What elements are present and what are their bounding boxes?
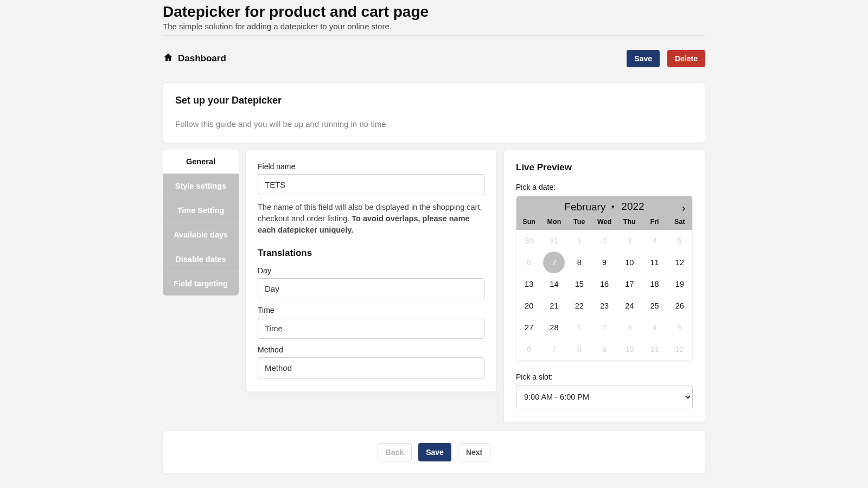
next-month-icon[interactable] <box>680 203 687 215</box>
calendar-day[interactable]: 22 <box>567 295 592 317</box>
calendar-day: 1 <box>567 317 592 338</box>
calendar-day[interactable]: 15 <box>567 273 592 295</box>
page-subtitle: The simple solution for adding a datepic… <box>163 22 705 31</box>
tab-disable-dates[interactable]: Disable dates <box>163 247 239 271</box>
intro-title: Set up your Datepicker <box>175 95 693 106</box>
calendar-day: 6 <box>516 252 541 273</box>
calendar-day[interactable]: 27 <box>516 317 541 338</box>
calendar-day: 3 <box>617 230 642 252</box>
calendar-day[interactable]: 26 <box>667 295 692 317</box>
year-label: 2022 <box>621 201 644 213</box>
calendar-day: 4 <box>642 230 667 252</box>
dow-label: Thu <box>617 218 642 226</box>
calendar-day[interactable]: 11 <box>642 252 667 273</box>
calendar-day[interactable]: 17 <box>617 273 642 295</box>
field-name-label: Field name <box>258 162 484 171</box>
calendar-day: 10 <box>617 338 642 360</box>
calendar-day[interactable]: 14 <box>541 273 566 295</box>
calendar-day[interactable]: 16 <box>592 273 617 295</box>
time-label: Time <box>258 306 484 314</box>
next-button[interactable]: Next <box>458 443 490 461</box>
tab-time-setting[interactable]: Time Setting <box>163 198 239 222</box>
page-title: Datepicker for product and cart page <box>163 3 705 21</box>
calendar-day: 31 <box>541 230 566 252</box>
calendar-day: 5 <box>667 230 692 252</box>
dow-label: Mon <box>541 218 566 226</box>
breadcrumb-label: Dashboard <box>178 53 226 64</box>
time-input[interactable] <box>258 318 484 339</box>
dow-label: Sat <box>667 218 692 226</box>
calendar-day: 11 <box>642 338 667 360</box>
calendar-day[interactable]: 9 <box>592 252 617 273</box>
calendar-day: 2 <box>592 230 617 252</box>
dow-label: Wed <box>592 218 617 226</box>
pick-date-label: Pick a date: <box>516 183 693 191</box>
calendar-day: 5 <box>667 317 692 338</box>
calendar-day[interactable]: 13 <box>516 273 541 295</box>
field-name-help: The name of this field will also be disp… <box>258 202 484 236</box>
breadcrumb[interactable]: Dashboard <box>163 52 226 66</box>
day-label: Day <box>258 266 484 275</box>
slot-select[interactable]: 9:00 AM - 6:00 PM <box>516 386 693 408</box>
calendar-day: 7 <box>541 338 566 360</box>
calendar-day: 4 <box>642 317 667 338</box>
calendar-day[interactable]: 25 <box>642 295 667 317</box>
method-label: Method <box>258 345 484 354</box>
dow-label: Fri <box>642 218 667 226</box>
dow-label: Tue <box>567 218 592 226</box>
calendar-day[interactable]: 20 <box>516 295 541 317</box>
calendar-day[interactable]: 21 <box>541 295 566 317</box>
footer-save-button[interactable]: Save <box>418 443 451 461</box>
calendar-day[interactable]: 8 <box>567 252 592 273</box>
calendar-day: 6 <box>516 338 541 360</box>
calendar-day[interactable]: 18 <box>642 273 667 295</box>
calendar-day: 12 <box>667 338 692 360</box>
calendar-day[interactable]: 10 <box>617 252 642 273</box>
back-button[interactable]: Back <box>378 443 412 461</box>
calendar-day: 1 <box>567 230 592 252</box>
calendar-day: 8 <box>567 338 592 360</box>
delete-button[interactable]: Delete <box>667 50 705 67</box>
tab-general[interactable]: General <box>163 150 239 174</box>
calendar-day: 2 <box>592 317 617 338</box>
method-input[interactable] <box>258 357 484 378</box>
calendar-day[interactable]: 28 <box>541 317 566 338</box>
calendar-day: 30 <box>516 230 541 252</box>
save-button[interactable]: Save <box>627 50 660 67</box>
calendar: February ▾ 2022 SunMonTueWedThuFriSat 30… <box>516 196 693 361</box>
calendar-day: 9 <box>592 338 617 360</box>
dow-label: Sun <box>516 218 541 226</box>
calendar-day[interactable]: 24 <box>617 295 642 317</box>
calendar-day[interactable]: 12 <box>667 252 692 273</box>
calendar-day[interactable]: 7 <box>543 252 565 273</box>
translations-heading: Translations <box>258 248 484 259</box>
tab-style-settings[interactable]: Style settings <box>163 174 239 198</box>
preview-title: Live Preview <box>516 162 693 173</box>
field-name-input[interactable] <box>258 174 484 195</box>
day-input[interactable] <box>258 278 484 299</box>
home-icon <box>163 52 174 66</box>
calendar-day: 3 <box>617 317 642 338</box>
calendar-day[interactable]: 23 <box>592 295 617 317</box>
tab-field-targeting[interactable]: Field targeting <box>163 271 239 296</box>
pick-slot-label: Pick a slot: <box>516 373 693 381</box>
intro-sub: Follow this guide and you will be up and… <box>175 119 693 129</box>
calendar-day[interactable]: 19 <box>667 273 692 295</box>
tab-available-days[interactable]: Available days <box>163 222 239 247</box>
month-select[interactable]: February <box>564 201 616 213</box>
